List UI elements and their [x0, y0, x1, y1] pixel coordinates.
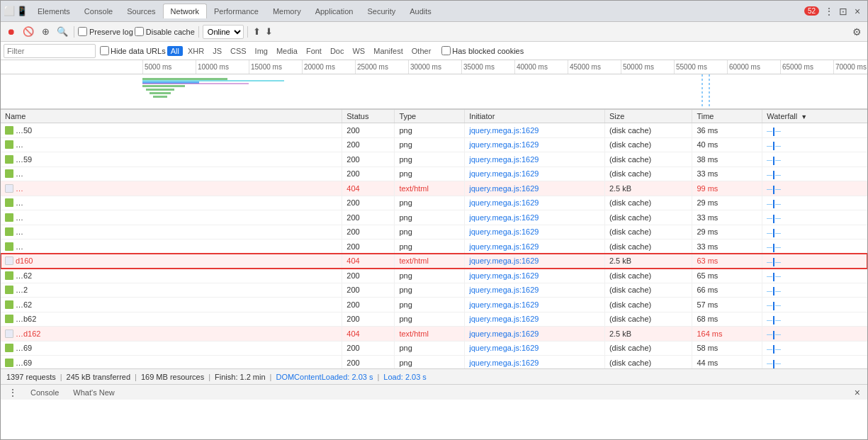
filter-type-js[interactable]: JS	[209, 46, 225, 56]
cell-initiator[interactable]: jquery.mega.js:1629	[465, 181, 605, 196]
filter-type-font[interactable]: Font	[303, 46, 325, 56]
tab-sources[interactable]: Sources	[120, 4, 162, 18]
table-row[interactable]: …50 200 png jquery.mega.js:1629 (disk ca…	[1, 123, 867, 138]
close-devtools-icon[interactable]: ×	[850, 4, 864, 18]
disable-cache-checkbox[interactable]: Disable cache	[135, 27, 195, 36]
table-row[interactable]: … 200 png jquery.mega.js:1629 (disk cach…	[1, 196, 867, 210]
row-type-icon	[5, 271, 13, 280]
tab-application[interactable]: Application	[308, 4, 361, 18]
col-header-initiator[interactable]: Initiator	[465, 110, 605, 123]
table-row[interactable]: …d162 404 text/html jquery.mega.js:1629 …	[1, 327, 867, 342]
cell-initiator[interactable]: jquery.mega.js:1629	[465, 239, 605, 254]
table-row[interactable]: d160 404 text/html jquery.mega.js:1629 2…	[1, 254, 867, 269]
cell-waterfall	[762, 298, 867, 312]
table-row[interactable]: … 404 text/html jquery.mega.js:1629 2.5 …	[1, 181, 867, 196]
tab-whats-new[interactable]: What's New	[66, 387, 121, 398]
filter-type-ws[interactable]: WS	[349, 46, 368, 56]
dom-content-loaded[interactable]: DOMContentLoaded: 2.03 s	[276, 373, 373, 381]
table-row[interactable]: …69 200 png jquery.mega.js:1629 (disk ca…	[1, 356, 867, 369]
cell-initiator[interactable]: jquery.mega.js:1629	[465, 123, 605, 138]
search-button[interactable]: 🔍	[55, 24, 70, 40]
cell-name: …	[1, 239, 342, 254]
col-header-size[interactable]: Size	[604, 110, 692, 123]
col-header-waterfall[interactable]: Waterfall ▼	[762, 110, 867, 123]
filter-input[interactable]	[4, 44, 96, 58]
load-time[interactable]: Load: 2.03 s	[383, 373, 427, 381]
cell-initiator[interactable]: jquery.mega.js:1629	[465, 152, 605, 167]
cell-type: png	[395, 341, 465, 356]
cell-initiator[interactable]: jquery.mega.js:1629	[465, 356, 605, 369]
col-header-time[interactable]: Time	[692, 110, 762, 123]
filter-type-all[interactable]: All	[167, 46, 183, 56]
row-type-icon	[5, 344, 13, 352]
table-row[interactable]: … 200 png jquery.mega.js:1629 (disk cach…	[1, 225, 867, 239]
three-dots-icon[interactable]: ⋮	[5, 387, 21, 398]
filter-type-xhr[interactable]: XHR	[184, 46, 208, 56]
preserve-log-checkbox[interactable]: Preserve log	[78, 27, 133, 36]
filter-type-manifest[interactable]: Manifest	[370, 46, 407, 56]
cell-initiator[interactable]: jquery.mega.js:1629	[465, 341, 605, 356]
row-name-text: d160	[16, 256, 33, 265]
clear-button[interactable]: 🚫	[21, 24, 36, 40]
network-table: Name Status Type Initiator Size Time Wat…	[1, 110, 867, 368]
cell-type: png	[395, 283, 465, 298]
table-row[interactable]: …59 200 png jquery.mega.js:1629 (disk ca…	[1, 152, 867, 167]
cell-initiator[interactable]: jquery.mega.js:1629	[465, 137, 605, 152]
tab-security[interactable]: Security	[360, 4, 402, 18]
tab-elements[interactable]: Elements	[30, 4, 77, 18]
col-header-type[interactable]: Type	[395, 110, 465, 123]
record-button[interactable]: ⏺	[4, 24, 19, 40]
bottom-bar: ⋮ Console What's New ×	[1, 384, 867, 400]
filter-type-media[interactable]: Media	[273, 46, 301, 56]
tab-console[interactable]: Console	[77, 4, 120, 18]
throttle-select[interactable]: Online	[203, 25, 244, 39]
undock-icon[interactable]: ⊡	[836, 4, 850, 18]
col-header-status[interactable]: Status	[342, 110, 395, 123]
filter-type-other[interactable]: Other	[408, 46, 435, 56]
inspect-icon[interactable]: ⬜	[4, 6, 15, 16]
cell-initiator[interactable]: jquery.mega.js:1629	[465, 327, 605, 342]
requests-count: 1397 requests	[6, 373, 56, 381]
close-bottom-panel-icon[interactable]: ×	[852, 387, 863, 398]
filter-toggle[interactable]: ⊕	[38, 24, 53, 40]
cell-initiator[interactable]: jquery.mega.js:1629	[465, 196, 605, 210]
cell-initiator[interactable]: jquery.mega.js:1629	[465, 167, 605, 181]
tab-performance[interactable]: Performance	[207, 4, 266, 18]
table-row[interactable]: …2 200 png jquery.mega.js:1629 (disk cac…	[1, 283, 867, 298]
filter-type-img[interactable]: Img	[252, 46, 271, 56]
filter-type-doc[interactable]: Doc	[327, 46, 348, 56]
table-row[interactable]: … 200 png jquery.mega.js:1629 (disk cach…	[1, 137, 867, 152]
table-wrapper[interactable]: Name Status Type Initiator Size Time Wat…	[1, 110, 867, 368]
export-icon[interactable]: ⬇	[264, 25, 274, 38]
table-row[interactable]: … 200 png jquery.mega.js:1629 (disk cach…	[1, 239, 867, 254]
cell-initiator[interactable]: jquery.mega.js:1629	[465, 225, 605, 239]
cell-initiator[interactable]: jquery.mega.js:1629	[465, 210, 605, 225]
table-row[interactable]: …69 200 png jquery.mega.js:1629 (disk ca…	[1, 341, 867, 356]
filter-type-css[interactable]: CSS	[227, 46, 250, 56]
cell-initiator[interactable]: jquery.mega.js:1629	[465, 283, 605, 298]
cell-initiator[interactable]: jquery.mega.js:1629	[465, 312, 605, 327]
blocked-cookies-checkbox[interactable]: Has blocked cookies	[441, 46, 524, 55]
tab-memory[interactable]: Memory	[266, 4, 308, 18]
cell-initiator[interactable]: jquery.mega.js:1629	[465, 269, 605, 283]
table-row[interactable]: … 200 png jquery.mega.js:1629 (disk cach…	[1, 210, 867, 225]
tab-audits[interactable]: Audits	[402, 4, 439, 18]
tab-console-bottom[interactable]: Console	[23, 387, 66, 398]
settings-icon[interactable]: ⚙	[850, 25, 864, 39]
network-chart-area[interactable]	[1, 74, 867, 110]
table-row[interactable]: …62 200 png jquery.mega.js:1629 (disk ca…	[1, 298, 867, 312]
ruler-tick-7: 35000 ms	[461, 60, 514, 74]
table-row[interactable]: … 200 png jquery.mega.js:1629 (disk cach…	[1, 167, 867, 181]
cell-initiator[interactable]: jquery.mega.js:1629	[465, 254, 605, 269]
tab-network[interactable]: Network	[163, 4, 207, 18]
import-icon[interactable]: ⬆	[252, 25, 262, 38]
more-tabs-icon[interactable]: ⋮	[822, 4, 836, 18]
table-row[interactable]: …b62 200 png jquery.mega.js:1629 (disk c…	[1, 312, 867, 327]
cell-initiator[interactable]: jquery.mega.js:1629	[465, 298, 605, 312]
cell-time: 58 ms	[692, 341, 762, 356]
device-icon[interactable]: 📱	[16, 6, 28, 16]
hide-data-urls-checkbox[interactable]: Hide data URLs	[100, 46, 166, 55]
table-row[interactable]: …62 200 png jquery.mega.js:1629 (disk ca…	[1, 269, 867, 283]
waterfall-indicator	[767, 244, 781, 252]
col-header-name[interactable]: Name	[1, 110, 342, 123]
